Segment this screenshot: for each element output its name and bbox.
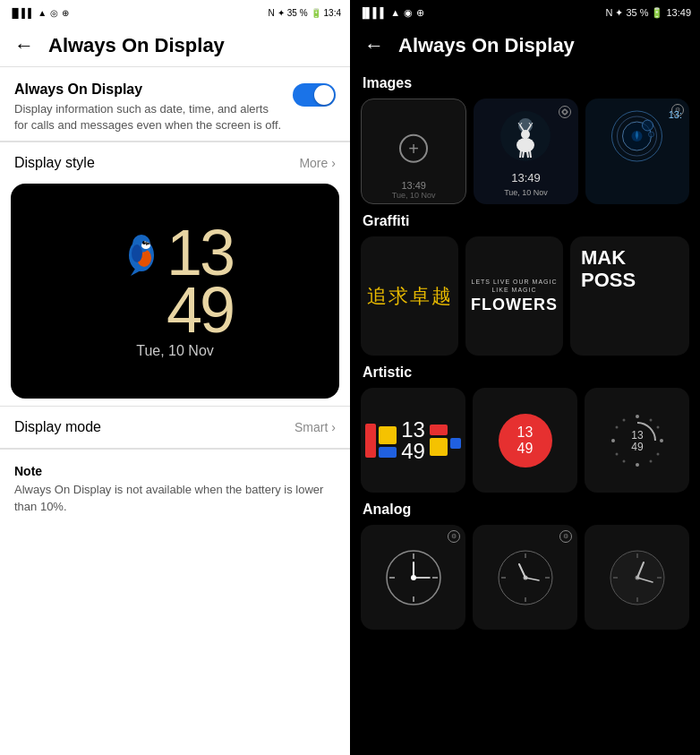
display-mode-label: Display mode (14, 419, 101, 435)
note-label: Note (14, 464, 336, 478)
svg-point-36 (636, 415, 639, 418)
svg-text:13: 13 (631, 429, 644, 442)
preview-minute: 49 (166, 281, 233, 339)
time-right: 13:49 (666, 7, 691, 18)
aod-setting-description: Display information such as date, time, … (14, 101, 282, 133)
bubble-theme-card[interactable]: ⚙ 13: (585, 99, 689, 204)
status-info-right: N ✦ 35 % 🔋 13:49 (605, 7, 691, 19)
svg-line-29 (530, 150, 531, 158)
time-left: 13:4 (324, 8, 341, 18)
status-bar-right: ▐▌▌▌ ▲ ◉ ⊕ N ✦ 35 % 🔋 13:49 (350, 0, 700, 25)
svg-point-6 (144, 241, 146, 243)
settings-analog1-icon: ⚙ (448, 530, 460, 543)
aod-setting-label: Always On Display (14, 82, 282, 98)
deer-card-time: 13:49 (474, 171, 577, 184)
note-section: Note Always On Display is not available … (0, 449, 350, 528)
preview-inner: 13 49 Tue, 10 Nov (117, 224, 233, 360)
back-button-right[interactable]: ← (364, 34, 384, 57)
red-circle-time: 1349 (517, 425, 534, 456)
deer-theme-card[interactable]: 13:49 Tue, 10 Nov (474, 99, 577, 204)
display-style-more-button[interactable]: More › (299, 156, 336, 170)
add-card-time: 13:49 (362, 180, 465, 191)
settings-dot-icon (559, 106, 571, 118)
artistic-red-card[interactable]: 1349 (473, 388, 577, 493)
nfc-icon: N (269, 8, 275, 18)
wifi-icon-right: ▲ (390, 7, 400, 18)
display-mode-value[interactable]: Smart › (295, 420, 336, 434)
signal-icon: ▐▌▌▌ (9, 8, 34, 18)
graffiti-chinese-card[interactable]: 追求卓越 (361, 236, 458, 356)
artistic-colorblocks-card[interactable]: 13 49 (361, 388, 465, 493)
svg-line-27 (523, 151, 524, 158)
colorblocks-hour: 13 (401, 419, 425, 441)
svg-point-44 (649, 459, 652, 462)
analog-face-1 (382, 546, 445, 609)
back-button-left[interactable]: ← (14, 34, 34, 57)
battery-right: 35 % (626, 7, 648, 18)
deer-card-date: Tue, 10 Nov (474, 188, 577, 197)
images-section-title: Images (363, 75, 689, 91)
right-panel: ▐▌▌▌ ▲ ◉ ⊕ N ✦ 35 % 🔋 13:49 ← Always On … (350, 0, 700, 755)
wifi-icon: ▲ (38, 8, 47, 18)
add-card-date: Tue, 10 Nov (362, 191, 465, 200)
aod-preview: 13 49 Tue, 10 Nov (11, 184, 339, 399)
camera-icon: ◉ (404, 7, 413, 19)
svg-point-37 (636, 463, 639, 467)
aod-toggle[interactable] (293, 83, 336, 107)
preview-clock-numbers: 13 49 (166, 224, 233, 340)
svg-line-26 (520, 150, 521, 158)
left-panel: ▐▌▌▌ ▲ ◎ ⊕ N ✦ 35 % 🔋 13:4 ← Always On D… (0, 0, 350, 755)
status-icons-right: ▐▌▌▌ ▲ ◉ ⊕ (359, 7, 424, 19)
analog-card-1[interactable]: ⚙ (361, 525, 465, 630)
analog-section-title: Analog (363, 502, 689, 518)
status-info-left: N ✦ 35 % 🔋 13:4 (269, 8, 342, 18)
display-style-row[interactable]: Display style More › (0, 142, 350, 184)
svg-line-28 (527, 151, 528, 158)
svg-point-47 (615, 425, 618, 428)
chevron-right-mode-icon: › (331, 420, 336, 434)
themes-scroll-area[interactable]: Images + 13:49 Tue, 10 Nov (350, 66, 700, 755)
analog-grid: ⚙ ⚙ (361, 525, 689, 630)
graffiti-make-card[interactable]: MAKPOSS (570, 236, 689, 356)
analog-face-3 (606, 546, 669, 609)
add-theme-card[interactable]: + 13:49 Tue, 10 Nov (361, 99, 466, 204)
bt-icon-right: ✦ (615, 7, 623, 19)
svg-point-45 (622, 459, 625, 462)
graffiti-grid: 追求卓越 LETS LIVE OUR MAGICLIKE MAGIC FLOWE… (361, 236, 689, 356)
display-mode-row[interactable]: Display mode Smart › (0, 406, 350, 448)
chinese-text-label: 追求卓越 (367, 283, 453, 310)
red-circle-element: 1349 (499, 414, 552, 468)
artistic-clock-icon: 13 49 (606, 409, 669, 472)
display-style-label: Display style (14, 155, 95, 171)
graffiti-section-title: Graffiti (363, 213, 689, 229)
status-bar-left: ▐▌▌▌ ▲ ◎ ⊕ N ✦ 35 % 🔋 13:4 (0, 0, 350, 25)
svg-point-42 (656, 425, 659, 428)
note-text: Always On Display is not available when … (14, 482, 336, 514)
location-icon: ◎ (50, 8, 58, 18)
analog-face-2 (494, 546, 557, 609)
signal-icon-right: ▐▌▌▌ (359, 7, 387, 18)
graffiti-flowers-card[interactable]: LETS LIVE OUR MAGICLIKE MAGIC FLOWERS (465, 236, 563, 356)
status-icons-left: ▐▌▌▌ ▲ ◎ ⊕ (9, 8, 69, 18)
analog-card-3[interactable] (585, 525, 689, 630)
preview-date: Tue, 10 Nov (136, 343, 214, 359)
make-text-label: MAKPOSS (581, 247, 636, 290)
toggle-switch[interactable] (293, 83, 336, 107)
bird-clock-display: 13 49 (117, 224, 233, 340)
svg-rect-18 (524, 138, 527, 145)
settings-analog2-icon: ⚙ (559, 530, 572, 543)
shield-icon-left: ⊕ (62, 8, 69, 18)
battery-left: 35 % (287, 8, 308, 18)
bubble-time: 13: (669, 109, 682, 120)
aod-setting-text: Always On Display Display information su… (14, 82, 293, 133)
svg-text:49: 49 (631, 441, 644, 453)
smart-label: Smart (295, 420, 328, 434)
analog-card-2[interactable]: ⚙ (473, 525, 577, 630)
add-plus-icon: + (399, 134, 428, 163)
nfc-icon-right: N (605, 7, 612, 18)
header-right: ← Always On Display (350, 25, 700, 66)
svg-point-8 (132, 245, 142, 262)
flowers-main-label: FLOWERS (471, 296, 558, 314)
svg-point-46 (615, 452, 618, 455)
artistic-clock3-card[interactable]: 13 49 (585, 388, 689, 493)
